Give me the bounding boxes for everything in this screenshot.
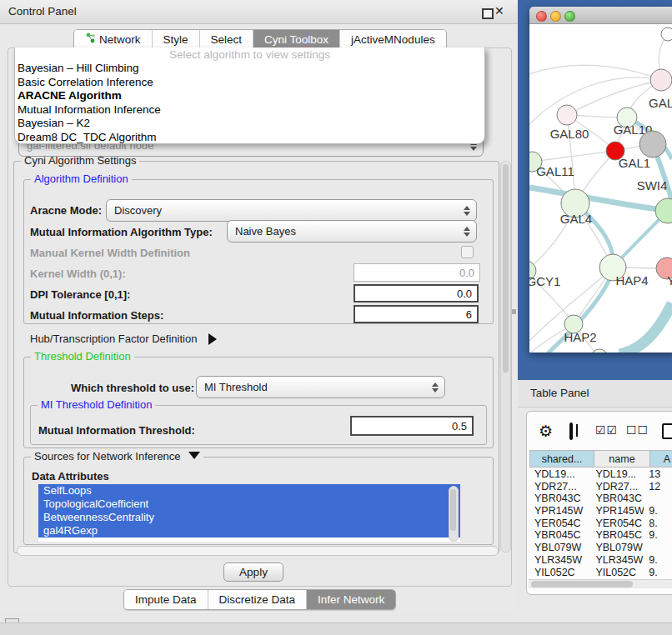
- algorithm-option-mutual-information-inference[interactable]: Mutual Information Inference: [15, 103, 484, 118]
- tab-impute-data[interactable]: Impute Data: [124, 590, 208, 609]
- close-window-icon[interactable]: [536, 11, 547, 22]
- zoom-window-icon[interactable]: [564, 11, 575, 22]
- minimize-window-icon[interactable]: [550, 11, 561, 22]
- table-row[interactable]: YBR045CYBR045C9.: [529, 529, 672, 542]
- select-all-checkboxes-icon[interactable]: ☑☑: [595, 423, 618, 437]
- combo-stepper-icon: [431, 382, 439, 392]
- scrollbar-thumb[interactable]: [450, 489, 456, 531]
- tab-label: Discretize Data: [219, 590, 296, 609]
- sources-group-title: Sources for Network Inference: [31, 450, 203, 462]
- algorithm-option-bayesian-hill-climbing[interactable]: Bayesian – Hill Climbing: [15, 62, 484, 76]
- tab-network[interactable]: Network: [74, 30, 153, 49]
- tab-style[interactable]: Style: [153, 30, 200, 49]
- table-row[interactable]: YPR145WYPR145W9.: [529, 505, 672, 518]
- node-label: Y: [667, 273, 672, 288]
- close-panel-icon[interactable]: ✕: [494, 4, 504, 18]
- algorithm-option-basic-correlation-inference[interactable]: Basic Correlation Inference: [15, 76, 484, 90]
- node-label: GAL11: [536, 164, 574, 178]
- network-node-gal80[interactable]: [557, 105, 577, 125]
- hub-definition-label: Hub/Transcription Factor Definition: [30, 332, 197, 345]
- apply-button[interactable]: Apply: [223, 562, 283, 582]
- mi-type-combobox[interactable]: Naive Bayes: [227, 220, 477, 242]
- dropdown-prompt: Select algorithm to view settings: [15, 48, 484, 62]
- network-node[interactable]: [639, 131, 666, 158]
- table-row[interactable]: YIL052CYIL052C9.: [529, 567, 672, 579]
- network-node-gal[interactable]: [650, 69, 672, 91]
- scrollbar-thumb[interactable]: [503, 164, 509, 372]
- table-cell: 8.: [644, 518, 672, 530]
- attribute-item-betweennesscentrality[interactable]: BetweennessCentrality: [38, 511, 460, 524]
- table-row[interactable]: YDL19...YDL19...13: [529, 468, 672, 481]
- aracne-mode-label: Aracne Mode:: [30, 204, 102, 217]
- table-cell: 12: [644, 481, 672, 493]
- column-header-name[interactable]: name: [594, 450, 650, 468]
- table-card: ⚙ ☑☑ ☐☐ shared...nameA YDL19...YDL19...1…: [526, 411, 672, 595]
- sources-title-text: Sources for Network Inference: [34, 450, 181, 462]
- tab-select[interactable]: Select: [200, 30, 254, 49]
- table-cell: YBL079W: [529, 542, 590, 554]
- tab-label: jActiveMNodules: [351, 30, 435, 49]
- tab-label: Network: [99, 30, 141, 49]
- mi-steps-field[interactable]: 6: [354, 305, 479, 323]
- algorithm-option-bayesian-k2[interactable]: Bayesian – K2: [15, 117, 484, 131]
- kernel-width-value: 0.0: [459, 267, 474, 279]
- table-body: YDL19...YDL19...13YDR27...YDR27...12YBR0…: [529, 468, 672, 578]
- table-function-icon[interactable]: [662, 423, 672, 439]
- attribute-item-selfloops[interactable]: SelfLoops: [38, 484, 460, 498]
- node-label: SWI4: [637, 178, 668, 192]
- settings-vertical-scrollbar[interactable]: [500, 161, 511, 552]
- attribute-item-gal4rgexp[interactable]: gal4RGexp: [38, 524, 460, 538]
- table-row[interactable]: YBL079WYBL079W: [529, 542, 672, 554]
- table-cell: YDR27...: [529, 481, 590, 493]
- tab-jactivemnodules[interactable]: jActiveMNodules: [340, 30, 446, 49]
- tab-infer-network[interactable]: Infer Network: [307, 590, 395, 609]
- column-header-shared[interactable]: shared...: [529, 450, 594, 468]
- table-row[interactable]: YDR27...YDR27...12: [529, 481, 672, 493]
- tab-label: Infer Network: [318, 590, 384, 609]
- network-node[interactable]: [661, 28, 672, 41]
- table-row[interactable]: YBR043CYBR043C: [529, 492, 672, 505]
- network-canvas[interactable]: GALGAL80GAL10GAL1GAL11SWI4GAL4GCY1HAP4YH…: [529, 24, 672, 352]
- hub-definition-toggle[interactable]: Hub/Transcription Factor Definition: [30, 332, 217, 345]
- table-horizontal-scrollbar[interactable]: [529, 579, 672, 588]
- combo-stepper-icon: [463, 227, 470, 237]
- table-cell: YIL052C: [590, 567, 644, 579]
- network-window-titlebar[interactable]: [529, 7, 672, 24]
- network-edge: [619, 303, 672, 352]
- node-label: GCY1: [529, 274, 560, 288]
- table-cell: YBR043C: [529, 492, 590, 505]
- scrollbar-thumb[interactable]: [531, 581, 633, 588]
- settings-horizontal-scrollbar[interactable]: [17, 546, 499, 556]
- float-panel-icon[interactable]: [482, 8, 494, 19]
- algorithm-option-dream8-dc-tdc-algorithm[interactable]: Dream8 DC_TDC Algorithm: [15, 131, 484, 145]
- table-cell: 9.: [644, 554, 672, 567]
- table-cell: YPR145W: [529, 505, 590, 518]
- expand-right-icon[interactable]: [208, 333, 217, 345]
- attribute-list-scrollbar[interactable]: [449, 486, 459, 542]
- attribute-item-topologicalcoefficient[interactable]: TopologicalCoefficient: [38, 498, 460, 511]
- table-cell: YDL19...: [529, 468, 590, 481]
- kernel-width-field[interactable]: 0.0: [354, 263, 480, 282]
- table-cell: YBR043C: [590, 492, 644, 505]
- algorithm-option-aracne-algorithm[interactable]: ARACNE Algorithm: [15, 89, 484, 103]
- which-threshold-combobox[interactable]: MI Threshold: [196, 376, 445, 398]
- column-header-a[interactable]: A: [650, 450, 672, 468]
- columns-icon[interactable]: [569, 422, 573, 440]
- table-cell: YER054C: [590, 518, 644, 530]
- gear-icon[interactable]: ⚙: [539, 422, 553, 441]
- algorithm-dropdown-popup: Select algorithm to view settings Bayesi…: [14, 48, 485, 144]
- manual-kernel-checkbox[interactable]: [461, 246, 474, 258]
- mi-threshold-field[interactable]: 0.5: [350, 416, 474, 436]
- aracne-mode-combobox[interactable]: Discovery: [106, 199, 477, 222]
- tab-discretize-data[interactable]: Discretize Data: [208, 590, 308, 609]
- kernel-width-label: Kernel Width (0,1):: [30, 268, 126, 280]
- collapse-down-icon[interactable]: [188, 452, 200, 459]
- dpi-tolerance-field[interactable]: 0.0: [354, 284, 479, 302]
- splitter-handle[interactable]: [512, 309, 516, 314]
- table-cell: YPR145W: [590, 505, 644, 518]
- tab-label: Impute Data: [135, 590, 197, 609]
- table-row[interactable]: YLR345WYLR345W9.: [529, 554, 672, 567]
- deselect-all-checkboxes-icon[interactable]: ☐☐: [626, 423, 649, 437]
- tab-cyni-toolbox[interactable]: Cyni Toolbox: [253, 30, 340, 49]
- table-row[interactable]: YER054CYER054C8.: [529, 518, 672, 530]
